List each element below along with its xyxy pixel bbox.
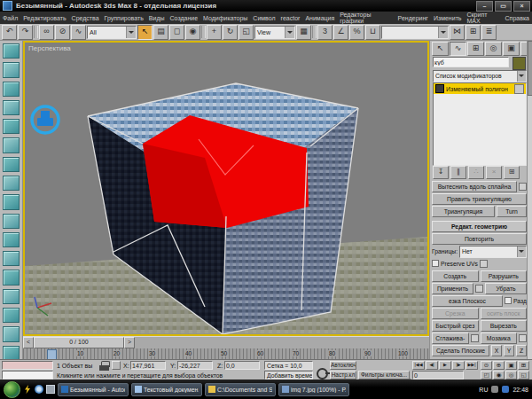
chevron-down-icon[interactable] (126, 27, 136, 38)
modifier-list-dropdown[interactable]: Список модификаторов (433, 70, 527, 82)
quick-launch-desktop-icon[interactable] (46, 385, 55, 394)
slice-plane-button[interactable]: езка Плоскос (432, 295, 503, 307)
named-selection-dropdown[interactable] (381, 26, 449, 39)
configure-modifier-sets-icon[interactable]: ⊞ (504, 166, 520, 179)
left-toolbar-icon[interactable] (3, 157, 20, 172)
viewport-canvas[interactable] (25, 43, 427, 334)
y-coordinate-input[interactable] (177, 361, 213, 370)
menu-maxscript[interactable]: Скрипт MAX (464, 12, 502, 24)
go-start-button[interactable]: |◀◀ (412, 361, 425, 370)
selection-filter-dropdown[interactable]: All (87, 26, 137, 39)
scrollbar-thumb[interactable] (528, 41, 532, 96)
auto-key-button[interactable]: Автоключ (330, 361, 356, 370)
add-time-tag[interactable]: Добавить времен (264, 371, 313, 379)
tab-create[interactable]: ↖ (432, 42, 449, 56)
chevron-down-icon[interactable] (517, 246, 526, 257)
left-toolbar-icon[interactable] (3, 326, 20, 341)
preserve-uvs-checkbox[interactable] (432, 260, 439, 267)
select-link-icon[interactable]: ∞ (39, 25, 54, 40)
menu-edit[interactable]: Редактировать (20, 15, 68, 21)
mirror-button[interactable]: ⋈ (450, 25, 465, 40)
collapse-button[interactable]: Разрушить (481, 270, 528, 282)
left-toolbar-icon[interactable] (3, 270, 20, 285)
move-button[interactable]: + (207, 25, 222, 40)
settings-box-icon[interactable] (519, 334, 527, 342)
menu-file[interactable]: Файл (0, 15, 20, 21)
tab-motion[interactable]: ◎ (485, 42, 502, 56)
track-bar[interactable]: 10 20 30 40 50 60 70 80 90 100 (23, 348, 429, 359)
zoom-extents-all-icon[interactable]: ⊞ (518, 361, 529, 370)
field-of-view-icon[interactable]: ◰ (481, 371, 492, 379)
selection-lock-icon[interactable] (101, 361, 110, 367)
tab-hierarchy[interactable]: ⊞ (467, 42, 484, 56)
z-coordinate-input[interactable] (224, 361, 260, 370)
constraints-dropdown[interactable]: Нет (459, 246, 527, 258)
menu-modifiers[interactable]: Модификаторы (200, 15, 250, 21)
left-toolbar-icon[interactable] (3, 62, 20, 77)
triangulation-button[interactable]: Триангуляция (432, 206, 495, 217)
left-toolbar-icon[interactable] (3, 82, 20, 97)
start-button[interactable] (4, 381, 20, 398)
current-frame-input[interactable] (412, 371, 464, 379)
rotate-button[interactable]: ↻ (223, 25, 238, 40)
restore-button[interactable]: ▭ (495, 1, 512, 12)
planar-y-button[interactable]: Y (504, 345, 514, 356)
chevron-down-icon[interactable] (517, 71, 526, 82)
set-key-button[interactable]: Настр.кл (330, 371, 356, 379)
cut-button[interactable]: Вырезать (481, 320, 528, 332)
extrude-along-spline-button[interactable]: Вытеснить вдоль сплайна (432, 181, 517, 192)
perspective-viewport[interactable]: Перспектива (23, 41, 429, 336)
selection-region-button[interactable]: ◻ (169, 25, 184, 40)
menu-create[interactable]: Создание (168, 15, 201, 21)
zoom-extents-icon[interactable]: ▣ (505, 361, 517, 370)
repeat-last-button[interactable]: Повторить (432, 233, 527, 245)
modifier-stack[interactable]: Изменяемый полигон (433, 82, 527, 166)
menu-graph-editors[interactable]: Редакторы графики (337, 12, 395, 24)
menu-animation[interactable]: Анимация (302, 15, 337, 21)
zoom-all-icon[interactable]: ⊕ (493, 361, 505, 370)
taskbar-task-image-viewer[interactable]: img 7.jpg (100%) - P... (278, 383, 349, 396)
left-toolbar-icon[interactable] (3, 119, 20, 134)
chevron-down-icon[interactable] (438, 27, 448, 38)
frame-back-button[interactable]: < (23, 337, 34, 348)
menu-customize[interactable]: Изменить (431, 15, 465, 21)
visibility-toggle-icon[interactable] (514, 84, 524, 94)
slice-button[interactable]: Срезка (432, 308, 479, 319)
x-coordinate-input[interactable] (130, 361, 166, 370)
remove-modifier-icon[interactable]: × (486, 166, 502, 179)
spinner-snap-button[interactable]: ⊔ (365, 25, 380, 40)
maxscript-mini-listener-white[interactable] (2, 371, 53, 379)
quickslice-button[interactable]: Быстрый срез (432, 320, 479, 332)
tab-display[interactable]: ▣ (503, 42, 520, 56)
menu-views[interactable]: Виды (146, 15, 168, 21)
select-by-name-button[interactable]: ▤ (153, 25, 168, 40)
frame-forward-button[interactable]: > (124, 337, 135, 348)
chevron-down-icon[interactable] (285, 27, 294, 38)
object-name-input[interactable] (433, 57, 509, 67)
tab-modify[interactable]: ∿ (450, 42, 466, 56)
taskbar-task-notepad[interactable]: Текстовый докумен... (131, 383, 202, 396)
reference-coordinate-dropdown[interactable]: View (254, 26, 295, 39)
go-end-button[interactable]: ▶▶| (466, 361, 478, 370)
next-frame-button[interactable]: |▶ (452, 361, 465, 370)
absolute-offset-toggle-icon[interactable] (112, 361, 121, 370)
use-center-button[interactable]: ▦ (296, 25, 311, 40)
zoom-icon[interactable]: ⊙ (481, 361, 492, 370)
menu-reactor[interactable]: reactor (278, 15, 303, 21)
planar-x-button[interactable]: X (491, 345, 502, 356)
title-bar[interactable]: Безымянный - Autodesk 3ds Max 8 - отдель… (0, 0, 532, 12)
panel-scrollbar[interactable] (527, 41, 532, 359)
detach-button[interactable]: Убрать (485, 283, 527, 294)
menu-group[interactable]: Группировать (102, 15, 146, 21)
edit-geometry-rollout-header[interactable]: Редакт. геометрию (432, 221, 527, 232)
prev-frame-button[interactable]: ◀| (426, 361, 438, 370)
tray-security-icon[interactable] (502, 386, 509, 393)
layer-manager-button[interactable]: ≣ (481, 25, 497, 40)
window-crossing-button[interactable]: ◉ (185, 25, 200, 40)
viewport-label[interactable]: Перспектива (28, 44, 71, 52)
pin-stack-icon[interactable]: ↧ (433, 166, 449, 179)
object-color-swatch[interactable] (512, 57, 526, 70)
taskbar-task-explorer[interactable]: C:\Documents and Se... (205, 383, 276, 396)
settings-box-icon[interactable] (519, 183, 527, 191)
close-button[interactable]: × (513, 1, 530, 12)
